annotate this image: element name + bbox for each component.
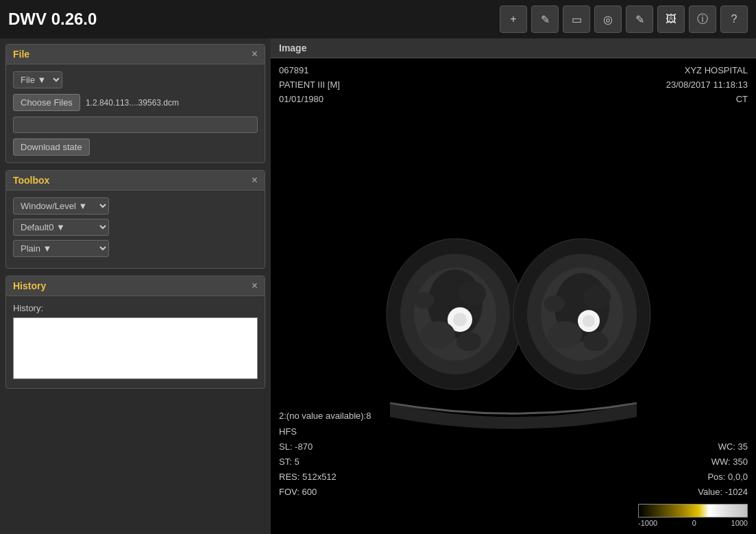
- preset-select[interactable]: Default0 ▼ Default1: [13, 219, 109, 236]
- overlay-top-left: 067891 PATIENT III [M] 01/01/1980: [279, 64, 340, 106]
- svg-point-18: [583, 284, 611, 309]
- patient-id: 067891: [279, 64, 340, 78]
- pencil-button[interactable]: ✎: [626, 5, 653, 33]
- download-state-button[interactable]: Download state: [13, 138, 90, 156]
- file-panel-title: File: [13, 49, 29, 60]
- filter-select[interactable]: Plain ▼ Sharpen Smooth: [13, 240, 109, 257]
- file-type-select[interactable]: File ▼ URL: [13, 71, 62, 88]
- ct-scan-svg: [349, 170, 678, 430]
- file-type-row: File ▼ URL: [13, 71, 258, 88]
- hospital: XYZ HOSPITAL: [666, 64, 748, 78]
- file-name-display: 1.2.840.113....39563.dcm: [86, 98, 179, 108]
- rectangle-button[interactable]: ▭: [563, 5, 590, 33]
- history-panel-close[interactable]: ×: [252, 280, 258, 291]
- history-panel-header: History ×: [6, 276, 265, 296]
- svg-point-8: [459, 281, 486, 306]
- choose-files-button[interactable]: Choose Files: [13, 94, 80, 111]
- file-panel: File × File ▼ URL Choose Files 1.2.840.1…: [5, 44, 265, 163]
- st-value: ST: 5: [279, 454, 371, 470]
- file-panel-header: File ×: [6, 45, 265, 64]
- ww-value: WW: 350: [698, 454, 748, 470]
- tool-select[interactable]: Window/Level ▼ Zoom/Pan Scroll Draw: [13, 197, 109, 215]
- svg-point-17: [548, 321, 582, 348]
- toolbox-panel: Toolbox × Window/Level ▼ Zoom/Pan Scroll…: [5, 170, 265, 269]
- overlay-top-right: XYZ HOSPITAL 23/08/2017 11:18:13 CT: [666, 64, 748, 106]
- pos-value: Pos: 0,0,0: [698, 470, 748, 485]
- draw-button[interactable]: ✎: [531, 5, 559, 33]
- svg-point-20: [583, 332, 608, 351]
- modality: CT: [666, 93, 748, 107]
- color-bar-labels: -1000 0 1000: [638, 519, 748, 527]
- sl-value: SL: -870: [279, 439, 371, 454]
- overlay-bottom-right: WC: 35 WW: 350 Pos: 0,0,0 Value: -1024: [698, 439, 748, 500]
- toolbox-panel-header: Toolbox ×: [6, 171, 265, 191]
- colorbar-min: -1000: [638, 519, 657, 527]
- main-content: File × File ▼ URL Choose Files 1.2.840.1…: [0, 38, 756, 534]
- ct-scan-display: [349, 170, 678, 433]
- image-panel: Image 067891 PATIENT III [M] 01/01/1980 …: [271, 38, 756, 534]
- color-bar-container: -1000 0 1000: [638, 504, 748, 527]
- colorbar-max: 1000: [731, 519, 748, 527]
- date-time: 23/08/2017 11:18:13: [666, 78, 748, 93]
- sidebar: File × File ▼ URL Choose Files 1.2.840.1…: [0, 38, 271, 534]
- history-label: History:: [13, 303, 258, 313]
- svg-point-9: [414, 292, 435, 308]
- svg-point-7: [421, 321, 455, 348]
- patient-name: PATIENT III [M]: [279, 78, 340, 93]
- image-panel-title: Image: [279, 43, 306, 53]
- file-row: Choose Files 1.2.840.113....39563.dcm: [13, 94, 258, 111]
- svg-point-6: [453, 313, 467, 326]
- wc-value: WC: 35: [698, 439, 748, 454]
- history-panel: History × History:: [5, 276, 265, 389]
- image-panel-header: Image: [271, 38, 756, 58]
- image-button[interactable]: 🖼: [657, 5, 685, 33]
- toolbox-panel-close[interactable]: ×: [252, 175, 258, 186]
- header: DWV 0.26.0 + ✎ ▭ ◎ ✎ 🖼 ⓘ ?: [0, 0, 756, 38]
- svg-point-16: [583, 315, 595, 327]
- toolbox-panel-body: Window/Level ▼ Zoom/Pan Scroll Draw Defa…: [6, 191, 265, 268]
- help-button[interactable]: ?: [720, 5, 748, 33]
- svg-point-19: [544, 295, 565, 312]
- file-panel-body: File ▼ URL Choose Files 1.2.840.113....3…: [6, 64, 265, 162]
- history-panel-title: History: [13, 280, 46, 291]
- toolbox-panel-title: Toolbox: [13, 175, 49, 186]
- colorbar-mid: 0: [692, 519, 696, 527]
- app-title: DWV 0.26.0: [8, 10, 97, 29]
- fov-value: FOV: 600: [279, 485, 371, 500]
- history-panel-body: History:: [6, 296, 265, 388]
- add-button[interactable]: +: [500, 5, 527, 33]
- pixel-value: Value: -1024: [698, 485, 748, 500]
- ellipse-button[interactable]: ◎: [594, 5, 622, 33]
- svg-point-10: [456, 332, 481, 351]
- history-textarea[interactable]: [13, 317, 258, 379]
- image-viewport[interactable]: 067891 PATIENT III [M] 01/01/1980 XYZ HO…: [271, 58, 756, 534]
- url-input[interactable]: [13, 117, 258, 133]
- file-panel-close[interactable]: ×: [252, 49, 258, 60]
- toolbar: + ✎ ▭ ◎ ✎ 🖼 ⓘ ?: [500, 5, 748, 33]
- color-bar: [638, 504, 748, 518]
- info-button[interactable]: ⓘ: [689, 5, 716, 33]
- birth-date: 01/01/1980: [279, 93, 340, 107]
- res-value: RES: 512x512: [279, 470, 371, 485]
